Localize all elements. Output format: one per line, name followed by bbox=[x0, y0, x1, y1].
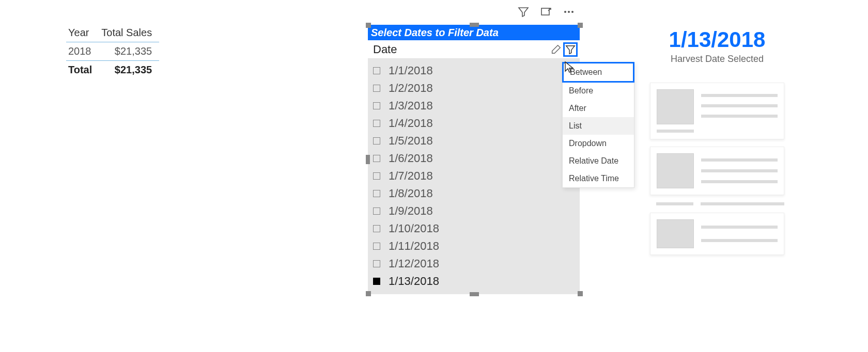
total-value: $21,335 bbox=[99, 61, 159, 79]
slicer-type-menu[interactable]: BetweenBeforeAfterListDropdownRelative D… bbox=[562, 62, 634, 188]
viz-placeholder-card[interactable] bbox=[650, 213, 784, 255]
slicer-item[interactable]: 1/13/2018 bbox=[368, 273, 580, 290]
checkbox-icon[interactable] bbox=[373, 172, 380, 180]
filter-option-relative-time[interactable]: Relative Time bbox=[563, 170, 634, 187]
slicer-item-label: 1/12/2018 bbox=[389, 257, 439, 270]
slicer-header: Date bbox=[368, 40, 580, 59]
date-slicer[interactable]: Select Dates to Filter Data Date 1/1/201… bbox=[368, 25, 580, 293]
filter-option-list[interactable]: List bbox=[563, 117, 634, 135]
filter-icon[interactable] bbox=[517, 5, 530, 19]
checkbox-icon[interactable] bbox=[373, 207, 380, 215]
svg-point-1 bbox=[564, 11, 566, 13]
visual-header bbox=[517, 5, 576, 19]
checkbox-icon[interactable] bbox=[373, 155, 380, 162]
slicer-item[interactable]: 1/11/2018 bbox=[368, 237, 580, 255]
card-label: Harvest Date Selected bbox=[640, 54, 795, 65]
slicer-item-label: 1/4/2018 bbox=[389, 117, 433, 130]
slicer-item-label: 1/5/2018 bbox=[389, 134, 433, 148]
placeholder-thumbnail bbox=[657, 153, 694, 188]
slicer-item[interactable]: 1/10/2018 bbox=[368, 220, 580, 237]
placeholder-line bbox=[701, 180, 778, 183]
checkbox-icon[interactable] bbox=[373, 67, 380, 74]
checkbox-icon[interactable] bbox=[373, 278, 380, 285]
slicer-item[interactable]: 1/9/2018 bbox=[368, 202, 580, 220]
more-options-icon[interactable] bbox=[562, 5, 576, 19]
slicer-item[interactable]: 1/1/2018 bbox=[368, 62, 580, 79]
checkbox-icon[interactable] bbox=[373, 120, 380, 127]
checkbox-icon[interactable] bbox=[373, 102, 380, 109]
viz-placeholder-card[interactable] bbox=[650, 83, 784, 139]
svg-point-2 bbox=[568, 11, 570, 13]
slicer-item-label: 1/11/2018 bbox=[389, 239, 439, 253]
placeholder-line bbox=[701, 239, 778, 242]
slicer-field-name: Date bbox=[373, 43, 397, 56]
table-row[interactable]: 2018 $21,335 bbox=[66, 42, 159, 61]
slicer-item[interactable]: 1/3/2018 bbox=[368, 97, 580, 115]
placeholder-thumbnail bbox=[657, 89, 694, 124]
slicer-item[interactable]: 1/5/2018 bbox=[368, 132, 580, 150]
slicer-item-label: 1/2/2018 bbox=[389, 82, 433, 95]
placeholder-thumbnail bbox=[657, 219, 694, 248]
slicer-item-label: 1/6/2018 bbox=[389, 152, 433, 165]
column-header-total-sales[interactable]: Total Sales bbox=[99, 25, 159, 42]
placeholder-line bbox=[701, 226, 778, 229]
checkbox-icon[interactable] bbox=[373, 190, 380, 197]
harvest-date-card[interactable]: 1/13/2018 Harvest Date Selected bbox=[640, 28, 795, 65]
slicer-item-label: 1/8/2018 bbox=[389, 187, 433, 200]
filter-option-before[interactable]: Before bbox=[563, 82, 634, 100]
filter-option-relative-date[interactable]: Relative Date bbox=[563, 152, 634, 170]
column-header-year[interactable]: Year bbox=[66, 25, 99, 42]
slicer-type-dropdown-icon[interactable] bbox=[563, 42, 578, 57]
filter-option-after[interactable]: After bbox=[563, 100, 634, 117]
sales-table: Year Total Sales 2018 $21,335 Total $21,… bbox=[66, 25, 159, 79]
eraser-icon[interactable] bbox=[549, 42, 563, 57]
slicer-item[interactable]: 1/4/2018 bbox=[368, 115, 580, 132]
total-label: Total bbox=[66, 61, 99, 79]
slicer-item[interactable]: 1/8/2018 bbox=[368, 185, 580, 202]
cell-year: 2018 bbox=[66, 42, 99, 61]
checkbox-icon[interactable] bbox=[373, 137, 380, 145]
slicer-item-label: 1/10/2018 bbox=[389, 222, 439, 235]
checkbox-icon[interactable] bbox=[373, 85, 380, 92]
checkbox-icon[interactable] bbox=[373, 243, 380, 250]
slicer-item-label: 1/13/2018 bbox=[389, 275, 439, 288]
slicer-list[interactable]: 1/1/20181/2/20181/3/20181/4/20181/5/2018… bbox=[368, 59, 580, 294]
checkbox-icon[interactable] bbox=[373, 225, 380, 232]
placeholder-line bbox=[701, 169, 778, 172]
slicer-item-label: 1/3/2018 bbox=[389, 99, 433, 113]
focus-mode-icon[interactable] bbox=[539, 5, 553, 19]
svg-rect-0 bbox=[541, 8, 549, 15]
card-value: 1/13/2018 bbox=[640, 28, 795, 52]
slicer-title: Select Dates to Filter Data bbox=[368, 25, 580, 40]
svg-point-3 bbox=[571, 11, 574, 13]
placeholder-line bbox=[701, 94, 778, 97]
cell-total-sales: $21,335 bbox=[99, 42, 159, 61]
filter-option-between[interactable]: Between bbox=[562, 62, 634, 83]
visualization-placeholders bbox=[650, 83, 784, 255]
filter-option-dropdown[interactable]: Dropdown bbox=[563, 135, 634, 152]
slicer-item[interactable]: 1/2/2018 bbox=[368, 79, 580, 97]
slicer-item[interactable]: 1/7/2018 bbox=[368, 167, 580, 185]
placeholder-line bbox=[701, 115, 778, 118]
placeholder-line bbox=[656, 202, 693, 205]
table-total-row: Total $21,335 bbox=[66, 61, 159, 79]
slicer-item[interactable]: 1/14/2018 bbox=[368, 290, 580, 294]
placeholder-line bbox=[701, 202, 784, 205]
placeholder-line bbox=[701, 104, 778, 107]
slicer-item-label: 1/7/2018 bbox=[389, 169, 433, 183]
slicer-item[interactable]: 1/6/2018 bbox=[368, 150, 580, 167]
slicer-item[interactable]: 1/12/2018 bbox=[368, 255, 580, 273]
slicer-item-label: 1/14/2018 bbox=[389, 292, 439, 294]
placeholder-line bbox=[701, 158, 778, 162]
viz-placeholder-card[interactable] bbox=[650, 147, 784, 195]
slicer-item-label: 1/9/2018 bbox=[389, 204, 433, 218]
checkbox-icon[interactable] bbox=[373, 260, 380, 267]
slicer-item-label: 1/1/2018 bbox=[389, 64, 433, 77]
placeholder-line bbox=[657, 130, 694, 133]
